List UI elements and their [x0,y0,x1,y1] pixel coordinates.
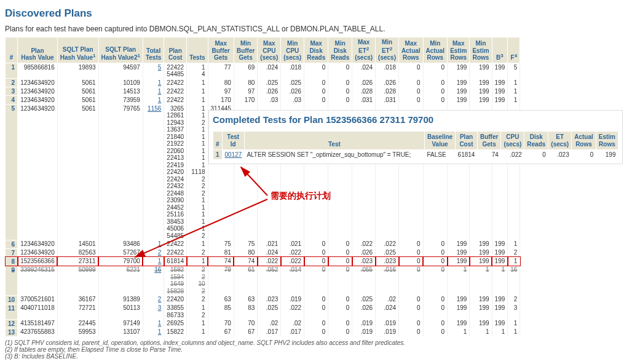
cell-maxer: 199 [448,319,470,328]
cell-maxcpu: .052 [258,266,281,295]
cell-maxdr: 0 [304,248,328,257]
cell-minbg: 75 [234,240,257,248]
cell-mindr: 0 [328,240,352,248]
total-tests-link[interactable]: 1 [158,88,162,95]
cell-minar: 0 [423,295,448,304]
col-min-et: MinET2(secs) [376,38,399,63]
tcol-idx: # [213,132,223,150]
total-tests-link[interactable]: 2 [158,296,162,303]
tcol-er: EstimRows [596,132,618,150]
sqlt-phv1: 50999 [57,266,98,295]
row-idx: 11 [6,304,18,319]
cell-minet: .019 [376,328,399,336]
cell-maxer: 199 [448,87,470,96]
sqlt-phv1: 72721 [57,304,98,319]
test-sql: ALTER SESSION SET "_optimizer_squ_bottom… [244,150,424,160]
test-id-link[interactable]: 00127 [225,151,242,158]
test-bg: 74 [477,150,500,160]
row-idx: 9 [6,266,18,295]
cell-maxcpu: .026 [258,87,281,96]
cell-maxer: 199 [448,240,470,248]
cell-mincpu: .026 [281,87,304,96]
cell-f: 2 [508,248,520,257]
cell-maxbg: 97 [208,87,234,96]
total-tests-link[interactable]: 5 [158,64,162,71]
sqlt-phv2: 73959 [98,96,143,105]
tests: 1 [187,96,208,105]
test-plancost: 61814 [456,150,478,160]
cell-mincpu: .021 [281,240,304,248]
tcol-testid: TestId [222,132,244,150]
total-tests: 1 [143,96,164,105]
col-sqlt1: SQLT PlanHash Value1 [57,38,98,63]
cell-mindr: 0 [328,304,352,319]
cell-maxer: 199 [448,295,470,304]
row-idx: 6 [6,240,18,248]
cell-maxar: 0 [399,295,424,304]
tests: 1 [187,87,208,96]
test-row: 1 00127 ALTER SESSION SET "_optimizer_sq… [213,150,618,160]
test-ar: 0 [572,150,596,160]
cell-mindr: 0 [328,257,352,266]
cell-mindr: 0 [328,96,352,105]
cell-f: 2 [508,295,520,304]
total-tests-link[interactable]: 1 [158,320,162,326]
cell-maxar: 0 [399,63,424,79]
cell-maxbg: 77 [208,63,234,79]
cell-maxar: 0 [399,319,424,328]
cell-maxer: 199 [448,79,470,87]
total-tests: 2 [143,248,164,257]
row-idx: 10 [6,295,18,304]
cell-minet: .016 [376,266,399,295]
cell-minbg: 67 [234,328,257,336]
cell-mincpu: .02 [281,319,304,328]
total-tests-link[interactable]: 2 [158,249,162,256]
total-tests-link[interactable]: 1 [158,240,162,247]
sqlt-phv1: 5061 [57,105,98,240]
total-tests-link[interactable]: 16 [154,266,161,273]
cell-maxet: .019 [352,319,376,328]
test-cpu: .022 [501,150,524,160]
plan-cost: 3385586733 [164,304,187,319]
row-idx: 8 [6,257,18,266]
tests: 22102 [187,266,208,295]
plan-hash: 1523566366 [18,257,58,266]
cell-mincpu: .025 [281,79,304,87]
col-tests: Tests [187,38,208,63]
page-title: Discovered Plans [5,7,632,20]
cell-maxet: .028 [352,87,376,96]
total-tests-link[interactable]: 1 [158,79,162,86]
total-tests-link[interactable]: 3 [158,304,162,311]
cell-maxer: 199 [448,63,470,79]
cell-minbg: 97 [234,87,257,96]
col-max-cpu: MaxCPU(secs) [258,38,281,63]
total-tests-link[interactable]: 1 [158,258,162,264]
plan-hash: 4135181497 [18,319,58,328]
table-row: 2123463492050611010912242218080.025.0250… [6,79,520,87]
cell-maxet: .055 [352,266,376,295]
cell-minet: .019 [376,319,399,328]
sqlt-phv2: 97149 [98,319,143,328]
cell-maxbg: 80 [208,79,234,87]
cell-minar: 0 [423,319,448,328]
cell-mindr: 0 [328,266,352,295]
cell-maxar: 0 [399,87,424,96]
sqlt-phv2: 91389 [98,295,143,304]
cell-minbg: 74 [234,257,257,266]
cell-maxcpu: .024 [258,248,281,257]
total-tests-link[interactable]: 1 [158,97,162,103]
col-max-dr: MaxDiskReads [304,38,328,63]
total-tests: 5 [143,63,164,79]
sqlt-phv2: 14513 [98,87,143,96]
cell-maxar: 0 [399,257,424,266]
cell-maxdr: 0 [304,304,328,319]
table-row: 1985866816198939459752242254485147769.02… [6,63,520,79]
cell-b: 199 [492,295,508,304]
cell-maxdr: 0 [304,96,328,105]
total-tests-link[interactable]: 1156 [148,105,161,112]
cell-maxet: .022 [352,240,376,248]
cell-maxer: 199 [448,248,470,257]
cell-mindr: 0 [328,319,352,328]
cell-maxdr: 0 [304,328,328,336]
total-tests-link[interactable]: 1 [158,328,162,335]
